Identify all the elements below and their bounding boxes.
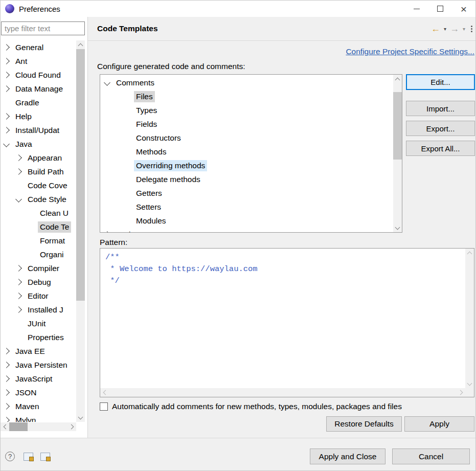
forward-history-chevron-icon[interactable]: ▾ — [463, 26, 465, 32]
tree-item[interactable]: Appearan — [1, 151, 76, 165]
pattern-horizontal-scrollbar[interactable] — [100, 388, 465, 397]
chevron-icon[interactable] — [104, 79, 110, 86]
template-tree-item[interactable]: Setters — [100, 200, 393, 214]
scroll-down-button[interactable] — [393, 223, 402, 232]
scroll-up-button[interactable] — [465, 249, 474, 257]
view-menu-icon[interactable] — [471, 26, 472, 32]
chevron-icon[interactable] — [3, 362, 10, 368]
maximize-button[interactable] — [428, 1, 452, 17]
auto-comments-checkbox[interactable] — [100, 402, 108, 411]
pattern-vertical-scrollbar[interactable] — [465, 249, 474, 388]
sidebar-horizontal-scrollbar[interactable] — [1, 422, 76, 431]
chevron-icon[interactable] — [3, 113, 10, 120]
export-all-button[interactable]: Export All... — [406, 141, 475, 156]
apply-and-close-button[interactable]: Apply and Close — [310, 448, 386, 464]
apply-button[interactable]: Apply — [404, 416, 474, 432]
back-history-chevron-icon[interactable]: ▾ — [444, 26, 446, 32]
tree-item[interactable]: Debug — [1, 275, 76, 289]
chevron-icon[interactable] — [3, 141, 10, 147]
scroll-left-button[interactable] — [100, 388, 109, 397]
tree-item[interactable]: General — [1, 40, 76, 54]
pattern-editor[interactable]: /** * Welcome to https://waylau.com */ — [100, 248, 474, 397]
tree-item[interactable]: Java Persisten — [1, 358, 76, 372]
template-tree-item[interactable]: Modules — [100, 214, 393, 228]
template-tree-item[interactable]: Constructors — [100, 131, 393, 145]
tree-item[interactable]: JavaScript — [1, 372, 76, 386]
export-button[interactable]: Export... — [406, 121, 475, 136]
template-tree-item[interactable]: Comments — [100, 76, 393, 89]
configure-project-specific-link[interactable]: Configure Project Specific Settings... — [346, 47, 474, 56]
filter-input[interactable] — [1, 21, 85, 35]
restore-defaults-button[interactable]: Restore Defaults — [326, 416, 402, 432]
scrollbar-thumb[interactable] — [76, 49, 85, 301]
tree-item[interactable]: Maven — [1, 399, 76, 413]
chevron-icon[interactable] — [15, 265, 22, 272]
tree-item[interactable]: Install/Updat — [1, 123, 76, 137]
template-tree-item[interactable]: Files — [100, 89, 393, 103]
tree-item[interactable]: Ant — [1, 54, 76, 68]
tree-item[interactable]: Cloud Found — [1, 68, 76, 82]
chevron-icon[interactable] — [15, 154, 22, 161]
tree-item[interactable]: Editor — [1, 289, 76, 303]
template-tree-item[interactable]: Fields — [100, 117, 393, 131]
export-preferences-icon[interactable] — [24, 453, 33, 461]
forward-icon[interactable]: → — [450, 24, 459, 34]
template-tree-item[interactable]: Methods — [100, 145, 393, 159]
tree-item[interactable]: Code Te — [1, 220, 76, 234]
back-icon[interactable]: ← — [431, 24, 440, 34]
chevron-icon[interactable] — [15, 196, 22, 203]
chevron-icon[interactable] — [3, 389, 10, 396]
tree-item[interactable]: Format — [1, 234, 76, 248]
tree-item[interactable]: Properties — [1, 330, 76, 344]
chevron-icon[interactable] — [15, 168, 22, 175]
template-tree-item[interactable]: Types — [100, 103, 393, 117]
scroll-up-button[interactable] — [76, 40, 85, 49]
chevron-icon[interactable] — [15, 279, 22, 285]
sidebar-vertical-scrollbar[interactable] — [76, 40, 85, 422]
chevron-icon[interactable] — [3, 348, 10, 354]
chevron-icon[interactable] — [3, 127, 10, 133]
tree-item[interactable]: Compiler — [1, 261, 76, 275]
scrollbar-thumb[interactable] — [393, 92, 402, 160]
chevron-icon[interactable] — [15, 293, 22, 299]
chevron-icon[interactable] — [3, 72, 10, 78]
help-button[interactable]: ? — [5, 452, 15, 461]
import-preferences-icon[interactable] — [40, 453, 50, 461]
scroll-right-button[interactable] — [457, 388, 465, 397]
tree-item[interactable]: Clean U — [1, 206, 76, 220]
scrollbar-thumb[interactable] — [9, 422, 28, 431]
template-tree-item[interactable]: Getters — [100, 186, 393, 200]
scroll-down-button[interactable] — [465, 379, 474, 388]
tree-item[interactable]: Build Path — [1, 165, 76, 178]
cancel-button[interactable]: Cancel — [392, 448, 470, 464]
minimize-button[interactable] — [405, 1, 428, 17]
tree-item[interactable]: Installed J — [1, 303, 76, 317]
chevron-icon[interactable] — [15, 306, 22, 313]
edit-button[interactable]: Edit... — [406, 74, 475, 90]
tree-item[interactable]: Help — [1, 109, 76, 123]
chevron-icon[interactable] — [3, 44, 10, 51]
tree-item[interactable]: JSON — [1, 386, 76, 399]
templates-vertical-scrollbar[interactable] — [393, 75, 402, 232]
tree-item[interactable]: Organi — [1, 248, 76, 261]
tree-item[interactable]: JUnit — [1, 317, 76, 330]
tree-item[interactable]: Data Manage — [1, 82, 76, 96]
tree-item[interactable]: Code Style — [1, 192, 76, 206]
scroll-right-button[interactable] — [67, 422, 76, 431]
close-button[interactable]: × — [452, 1, 475, 17]
scroll-down-button[interactable] — [76, 413, 85, 422]
chevron-icon[interactable] — [104, 231, 110, 232]
pattern-text[interactable]: /** * Welcome to https://waylau.com */ — [100, 249, 465, 388]
tree-item[interactable]: Java — [1, 137, 76, 151]
scroll-up-button[interactable] — [393, 75, 402, 83]
template-tree-item[interactable]: Code — [100, 228, 393, 232]
tree-item[interactable]: Mylyn — [1, 413, 76, 422]
tree-item[interactable]: Code Cove — [1, 178, 76, 192]
tree-item[interactable]: Gradle — [1, 96, 76, 109]
tree-item[interactable]: Java EE — [1, 344, 76, 358]
chevron-icon[interactable] — [3, 58, 10, 64]
template-tree-item[interactable]: Overriding methods — [100, 159, 393, 172]
scroll-left-button[interactable] — [1, 422, 9, 431]
template-tree-item[interactable]: Delegate methods — [100, 172, 393, 186]
chevron-icon[interactable] — [3, 375, 10, 382]
